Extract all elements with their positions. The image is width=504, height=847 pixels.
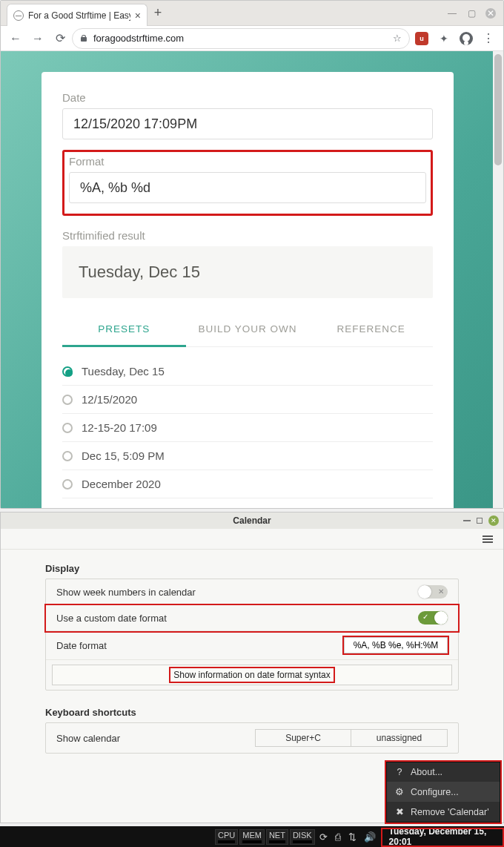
bookmark-star-icon[interactable]: ☆ (393, 33, 402, 44)
calendar-settings-window: Calendar ✕ Display Show week numbers in … (0, 512, 504, 823)
url-text: foragoodstrftime.com (93, 33, 184, 44)
globe-icon (13, 10, 24, 21)
profile-avatar-icon[interactable] (456, 28, 477, 49)
page-viewport: Date Format Strftimified result Tuesday,… (1, 51, 503, 508)
date-format-syntax-link[interactable]: Show information on date format syntax (52, 665, 452, 685)
week-numbers-label: Show week numbers in calendar (56, 587, 418, 598)
cal-minimize-icon[interactable] (463, 520, 471, 521)
tray-update-icon[interactable]: ⟳ (319, 831, 328, 843)
cal-maximize-icon[interactable] (477, 518, 483, 524)
preset-option[interactable]: December 2020 (62, 470, 433, 498)
calendar-titlebar: Calendar ✕ (1, 513, 503, 529)
maximize-icon[interactable]: ▢ (466, 8, 477, 19)
preset-label: Dec 15, 5:09 PM (82, 449, 165, 462)
window-controls: — ▢ ✕ (447, 1, 503, 25)
close-tab-icon[interactable]: × (135, 10, 141, 21)
gear-icon: ⚙ (394, 786, 405, 797)
format-highlight: Format (62, 150, 433, 216)
hamburger-menu-icon[interactable] (480, 533, 496, 546)
format-input[interactable] (69, 172, 426, 203)
display-section-heading: Display (45, 563, 459, 574)
browser-window: For a Good Strftime | Easy Ske × + — ▢ ✕… (0, 0, 504, 509)
preset-option[interactable]: 12/15/2020 (62, 386, 433, 414)
keyboard-section-heading: Keyboard shortcuts (45, 707, 459, 718)
date-format-label: Date format (56, 640, 344, 651)
date-label: Date (62, 91, 433, 104)
tray-printer-icon[interactable]: ⎙ (335, 831, 341, 843)
custom-format-toggle[interactable]: ✓ (418, 611, 448, 624)
row-show-calendar-shortcut: Show calendar Super+C unassigned (46, 723, 458, 753)
preset-option[interactable]: 12-15-20 17:09 (62, 414, 433, 442)
radio-icon (62, 366, 73, 377)
shortcut-primary-input[interactable]: Super+C (255, 729, 351, 747)
panel-clock[interactable]: Tuesday, December 15, 20:01 (383, 826, 500, 847)
calendar-body: Display Show week numbers in calendar ✕ … (1, 550, 503, 767)
show-calendar-label: Show calendar (56, 733, 255, 744)
adblock-extension-icon[interactable]: u (411, 28, 432, 49)
net-monitor: NET (266, 829, 288, 845)
preset-label: 12-15-20 17:09 (82, 421, 157, 434)
radio-icon (62, 395, 73, 405)
remove-icon: ✖ (394, 806, 405, 817)
browser-toolbar: ← → ⟳ foragoodstrftime.com ☆ u ⋮ (1, 26, 503, 51)
strftime-card: Date Format Strftimified result Tuesday,… (42, 72, 454, 508)
custom-format-label: Use a custom date format (56, 613, 418, 624)
menu-remove[interactable]: ✖ Remove 'Calendar' (387, 802, 500, 822)
tray-network-icon[interactable]: ⇅ (348, 831, 357, 843)
system-monitor-applet[interactable]: CPU MEM NET DISK (215, 829, 315, 845)
minimize-icon[interactable]: — (447, 8, 457, 19)
menu-remove-label: Remove 'Calendar' (411, 807, 489, 817)
tab-reference[interactable]: REFERENCE (309, 314, 433, 346)
browser-menu-icon[interactable]: ⋮ (478, 28, 499, 49)
menu-about-label: About... (411, 767, 442, 777)
page-scrollbar[interactable] (493, 51, 503, 508)
disk-monitor: DISK (290, 829, 315, 845)
tray-volume-icon[interactable]: 🔊 (364, 831, 376, 843)
menu-about[interactable]: ? About... (387, 762, 500, 782)
close-window-icon[interactable]: ✕ (485, 8, 496, 19)
preset-option[interactable]: Tuesday, Dec 15 (62, 357, 433, 386)
date-format-input[interactable] (344, 637, 448, 653)
result-label: Strftimified result (62, 229, 433, 242)
result-text: Tuesday, Dec 15 (79, 263, 417, 282)
radio-icon (62, 451, 73, 461)
address-bar[interactable]: foragoodstrftime.com ☆ (72, 28, 410, 49)
forward-button[interactable]: → (27, 28, 48, 49)
menu-configure[interactable]: ⚙ Configure... (387, 782, 500, 802)
new-tab-button[interactable]: + (147, 1, 168, 25)
week-numbers-toggle[interactable]: ✕ (418, 585, 448, 599)
row-date-format: Date format (46, 631, 458, 660)
calendar-title: Calendar (233, 515, 271, 526)
help-icon: ? (394, 767, 405, 777)
strftime-tabs: PRESETS BUILD YOUR OWN REFERENCE (62, 314, 433, 347)
menu-configure-label: Configure... (411, 787, 459, 797)
date-input[interactable] (62, 108, 433, 139)
format-label: Format (69, 155, 426, 168)
preset-label: 12/15/2020 (82, 393, 137, 406)
preset-option[interactable]: Dec 15, 5:09 PM (62, 442, 433, 470)
tab-presets[interactable]: PRESETS (62, 314, 186, 347)
desktop-panel: CPU MEM NET DISK ⟳ ⎙ ⇅ 🔊 Tuesday, Decemb… (0, 826, 504, 847)
mem-monitor: MEM (239, 829, 265, 845)
cpu-monitor: CPU (215, 829, 238, 845)
preset-label: December 2020 (82, 478, 161, 490)
preset-label: Tuesday, Dec 15 (82, 365, 165, 378)
back-button[interactable]: ← (5, 28, 26, 49)
applet-context-menu: ? About... ⚙ Configure... ✖ Remove 'Cale… (386, 762, 500, 823)
shortcut-secondary-input[interactable]: unassigned (351, 729, 448, 747)
calendar-toolbar (1, 529, 503, 550)
tab-title: For a Good Strftime | Easy Ske (28, 10, 130, 21)
browser-titlebar: For a Good Strftime | Easy Ske × + — ▢ ✕ (1, 1, 503, 26)
extensions-icon[interactable] (434, 28, 454, 49)
preset-list: Tuesday, Dec 15 12/15/2020 12-15-20 17:0… (62, 357, 433, 498)
reload-button[interactable]: ⟳ (50, 28, 70, 49)
keyboard-panel: Show calendar Super+C unassigned (45, 722, 459, 754)
syntax-link-label: Show information on date format syntax (170, 668, 333, 682)
lock-icon (80, 35, 87, 42)
browser-tab-active[interactable]: For a Good Strftime | Easy Ske × (7, 4, 147, 26)
tab-build-your-own[interactable]: BUILD YOUR OWN (186, 314, 310, 346)
system-tray: ⟳ ⎙ ⇅ 🔊 Tuesday, December 15, 20:01 (315, 826, 504, 847)
radio-icon (62, 423, 73, 433)
row-custom-date-format: Use a custom date format ✓ (46, 605, 458, 631)
cal-close-icon[interactable]: ✕ (488, 515, 499, 526)
